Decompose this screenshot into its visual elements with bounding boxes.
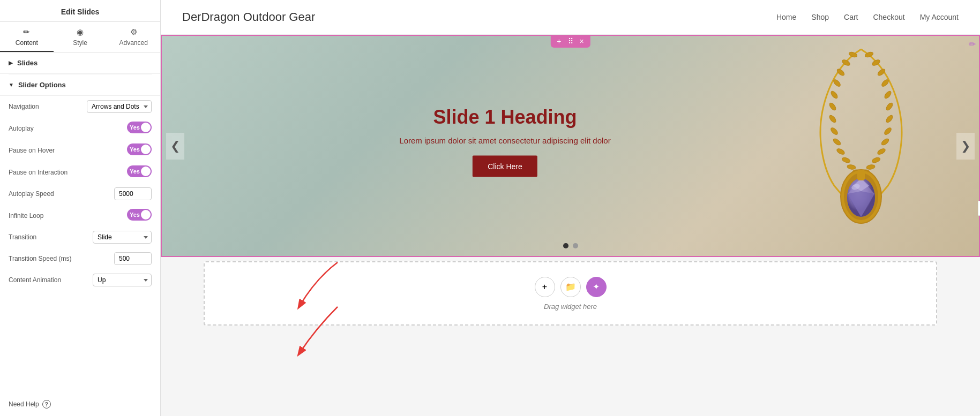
nav-cart[interactable]: Cart xyxy=(844,13,858,21)
pause-on-interaction-label: Pause on Interaction xyxy=(9,169,127,176)
need-help[interactable]: Need Help ? xyxy=(0,392,160,416)
svg-point-7 xyxy=(884,127,893,136)
autoplay-label: Autoplay xyxy=(9,125,127,132)
add-widget-btn[interactable]: + xyxy=(535,277,555,297)
slider-options-header[interactable]: ▼ Slider Options xyxy=(0,74,160,96)
transition-speed-input[interactable] xyxy=(114,252,152,265)
jewelry-image xyxy=(786,47,936,250)
autoplay-toggle-label: Yes xyxy=(130,124,140,131)
tab-content[interactable]: ✏ Content xyxy=(0,22,54,52)
svg-point-4 xyxy=(884,90,892,99)
svg-point-9 xyxy=(877,148,886,156)
svg-point-23 xyxy=(841,157,851,164)
infinite-knob xyxy=(141,210,151,220)
content-area: + ⠿ × xyxy=(161,35,980,416)
slider-options-label: Slider Options xyxy=(18,81,66,89)
svg-point-16 xyxy=(833,79,842,88)
navigation-row: Navigation Arrows and Dots Arrows Dots N… xyxy=(0,96,160,117)
nav-shop[interactable]: Shop xyxy=(811,13,829,21)
slides-section-header[interactable]: ▶ Slides xyxy=(0,52,160,74)
transition-speed-control[interactable] xyxy=(114,252,152,265)
slider-dots xyxy=(563,243,578,248)
infinite-loop-toggle[interactable]: Yes xyxy=(127,209,152,221)
svg-point-18 xyxy=(828,102,837,111)
pause-on-hover-label: Pause on Hover xyxy=(9,147,127,154)
magic-btn[interactable]: ✦ xyxy=(586,277,607,297)
pause-interact-toggle-label: Yes xyxy=(130,168,140,175)
autoplay-speed-label: Autoplay Speed xyxy=(9,190,114,198)
pause-on-hover-control[interactable]: Yes xyxy=(127,143,152,157)
widget-move-btn[interactable]: ⠿ xyxy=(567,37,574,46)
pause-hover-knob xyxy=(141,145,151,154)
transition-label: Transition xyxy=(9,233,93,241)
slides-section-label: Slides xyxy=(17,59,38,67)
pause-on-hover-toggle[interactable]: Yes xyxy=(127,143,152,155)
svg-rect-34 xyxy=(857,170,865,180)
transition-row: Transition Slide Fade xyxy=(0,226,160,248)
left-panel: Edit Slides ✏ Content ◉ Style ⚙ Advanced… xyxy=(0,0,161,416)
svg-point-5 xyxy=(885,102,894,111)
edit-pencil-icon[interactable]: ✏ xyxy=(969,39,976,49)
svg-point-6 xyxy=(885,114,894,123)
autoplay-speed-control[interactable] xyxy=(114,187,152,200)
autoplay-toggle[interactable]: Yes xyxy=(127,122,152,133)
advanced-icon: ⚙ xyxy=(130,27,137,37)
svg-point-8 xyxy=(880,138,890,146)
content-animation-control[interactable]: Up Down Left Right Fade None xyxy=(93,274,152,286)
style-icon: ◉ xyxy=(77,27,84,37)
svg-point-20 xyxy=(830,127,839,136)
slide-content: Slide 1 Heading Lorem ipsum dolor sit am… xyxy=(399,106,610,177)
pause-on-interaction-control[interactable]: Yes xyxy=(127,165,152,179)
widget-add-btn[interactable]: + xyxy=(556,37,562,46)
content-animation-select[interactable]: Up Down Left Right Fade None xyxy=(93,274,152,286)
svg-point-22 xyxy=(836,148,846,156)
panel-title: Edit Slides xyxy=(0,0,160,22)
nav-home[interactable]: Home xyxy=(776,13,796,21)
svg-point-24 xyxy=(847,164,856,170)
pause-on-interaction-toggle[interactable]: Yes xyxy=(127,165,152,177)
drag-area: + 📁 ✦ Drag widget here xyxy=(204,261,937,326)
need-help-label: Need Help xyxy=(9,400,39,408)
autoplay-speed-input[interactable] xyxy=(114,187,152,200)
top-nav: DerDragon Outdoor Gear Home Shop Cart Ch… xyxy=(161,0,980,35)
autoplay-knob xyxy=(141,123,151,132)
svg-point-17 xyxy=(830,90,839,99)
svg-point-10 xyxy=(871,157,881,164)
tabs-row: ✏ Content ◉ Style ⚙ Advanced xyxy=(0,22,160,52)
slider-dot-2[interactable] xyxy=(573,243,578,248)
infinite-toggle-label: Yes xyxy=(130,211,140,218)
slide-heading: Slide 1 Heading xyxy=(399,106,610,128)
autoplay-row: Autoplay Yes xyxy=(0,117,160,139)
infinite-loop-label: Infinite Loop xyxy=(9,212,127,220)
folder-btn[interactable]: 📁 xyxy=(560,277,581,297)
drag-buttons: + 📁 ✦ xyxy=(535,277,607,297)
navigation-label: Navigation xyxy=(9,103,87,110)
widget-toolbar: + ⠿ × xyxy=(550,35,590,48)
nav-links: Home Shop Cart Checkout My Account xyxy=(776,13,959,21)
widget-close-btn[interactable]: × xyxy=(579,37,585,46)
pause-interact-knob xyxy=(141,167,151,176)
content-animation-label: Content Animation xyxy=(9,276,93,284)
slider-container: Slide 1 Heading Lorem ipsum dolor sit am… xyxy=(161,35,980,257)
infinite-loop-control[interactable]: Yes xyxy=(127,209,152,222)
tab-advanced[interactable]: ⚙ Advanced xyxy=(107,22,160,52)
svg-point-11 xyxy=(866,164,875,170)
slider-dot-1[interactable] xyxy=(563,243,568,248)
autoplay-control[interactable]: Yes xyxy=(127,122,152,135)
slide-cta-button[interactable]: Click Here xyxy=(473,156,537,177)
nav-myaccount[interactable]: My Account xyxy=(920,13,959,21)
transition-select[interactable]: Slide Fade xyxy=(93,231,152,244)
nav-checkout[interactable]: Checkout xyxy=(873,13,904,21)
tab-style[interactable]: ◉ Style xyxy=(54,22,107,52)
transition-control[interactable]: Slide Fade xyxy=(93,231,152,244)
transition-speed-row: Transition Speed (ms) xyxy=(0,248,160,269)
navigation-control[interactable]: Arrows and Dots Arrows Dots None xyxy=(87,100,152,113)
pause-on-hover-row: Pause on Hover Yes xyxy=(0,139,160,161)
svg-point-3 xyxy=(881,79,890,88)
main-area: DerDragon Outdoor Gear Home Shop Cart Ch… xyxy=(161,0,980,416)
slider-prev-arrow[interactable]: ❮ xyxy=(166,133,184,160)
transition-speed-label: Transition Speed (ms) xyxy=(9,255,114,262)
slides-arrow: ▶ xyxy=(9,60,13,66)
navigation-select[interactable]: Arrows and Dots Arrows Dots None xyxy=(87,100,152,113)
slider-next-arrow[interactable]: ❯ xyxy=(956,133,975,160)
